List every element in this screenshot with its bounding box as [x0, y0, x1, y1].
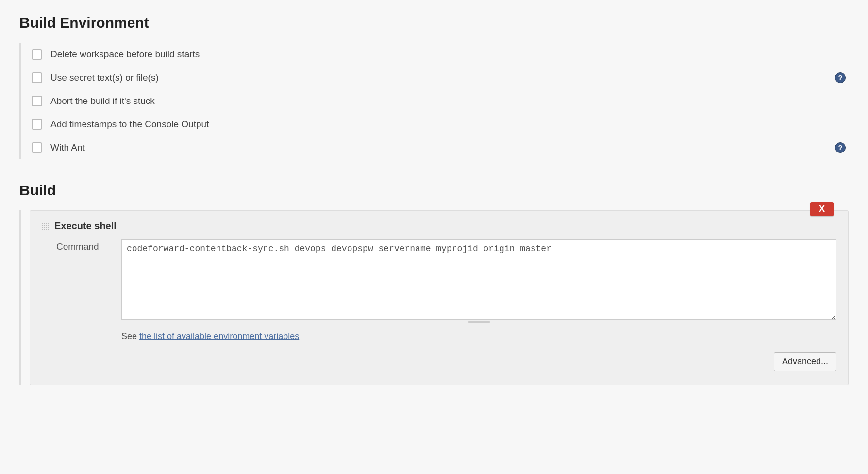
build-environment-heading: Build Environment — [19, 15, 849, 31]
add-timestamps-label: Add timestamps to the Console Output — [50, 119, 209, 130]
execute-shell-step: X Execute shell Command See the list of … — [30, 210, 849, 385]
build-heading: Build — [19, 182, 849, 199]
remove-step-button[interactable]: X — [810, 202, 834, 216]
with-ant-label: With Ant — [50, 142, 85, 153]
delete-workspace-label: Delete workspace before build starts — [50, 49, 200, 60]
resize-handle-icon[interactable] — [121, 320, 836, 324]
drag-handle-icon[interactable] — [42, 222, 50, 230]
env-vars-link[interactable]: the list of available environment variab… — [139, 331, 299, 341]
use-secret-label: Use secret text(s) or file(s) — [50, 72, 159, 83]
env-vars-hint: See the list of available environment va… — [121, 331, 836, 341]
advanced-button[interactable]: Advanced... — [774, 352, 836, 371]
abort-stuck-checkbox[interactable] — [32, 96, 42, 106]
section-divider — [19, 173, 849, 173]
build-environment-options: Delete workspace before build starts Use… — [19, 43, 849, 159]
with-ant-checkbox[interactable] — [32, 142, 42, 153]
command-label: Command — [56, 239, 110, 252]
delete-workspace-checkbox[interactable] — [32, 49, 42, 60]
abort-stuck-label: Abort the build if it's stuck — [50, 96, 155, 106]
command-textarea[interactable] — [121, 239, 836, 320]
add-timestamps-checkbox[interactable] — [32, 119, 42, 130]
use-secret-checkbox[interactable] — [32, 72, 42, 83]
step-title: Execute shell — [54, 220, 117, 232]
help-icon[interactable]: ? — [835, 142, 846, 153]
help-icon[interactable]: ? — [835, 72, 846, 83]
